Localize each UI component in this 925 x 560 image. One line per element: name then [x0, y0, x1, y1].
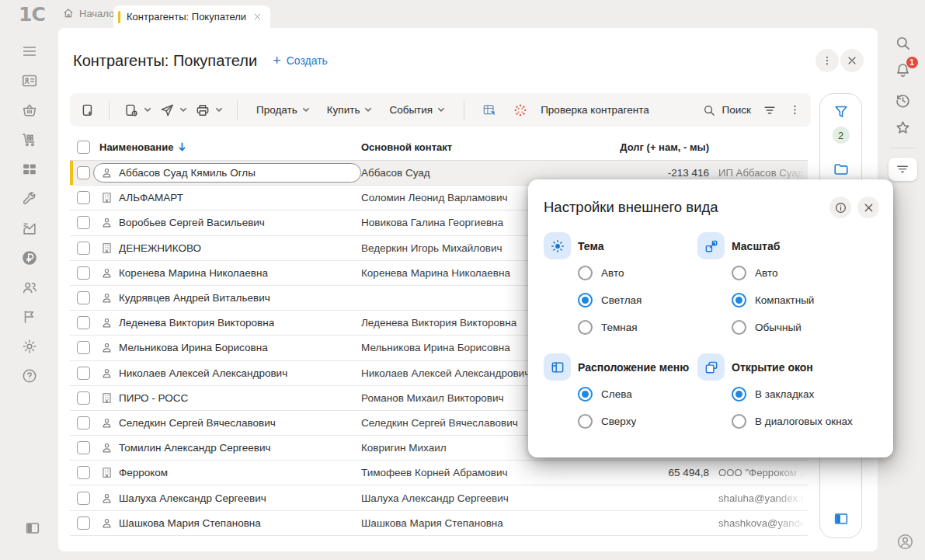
radio-option[interactable]: Слева	[578, 387, 697, 402]
row-checkbox[interactable]	[77, 517, 90, 530]
tools-icon[interactable]	[21, 190, 38, 207]
functions-menu-button[interactable]	[888, 158, 917, 181]
table-row[interactable]: Шалуха Александр СергеевичШалуха Алексан…	[70, 485, 808, 510]
production-icon[interactable]	[21, 220, 38, 237]
row-name-cell[interactable]: Шашкова Мария Степановна	[93, 513, 361, 533]
row-checkbox[interactable]	[77, 242, 90, 255]
row-name-cell[interactable]: ПИРО - РОСС	[93, 388, 361, 408]
buy-menu[interactable]: Купить	[327, 104, 373, 116]
events-menu[interactable]: События	[389, 104, 445, 116]
folder-icon[interactable]	[833, 161, 850, 178]
more-icon[interactable]	[788, 103, 802, 117]
radio-selected[interactable]	[578, 387, 593, 402]
counterparty-check-icon[interactable]	[513, 103, 528, 118]
radio-unselected[interactable]	[578, 414, 593, 429]
funnel-icon[interactable]	[833, 103, 850, 120]
radio-option[interactable]: Обычный	[732, 320, 878, 335]
column-contact[interactable]: Основной контакт	[361, 141, 555, 153]
radio-unselected[interactable]	[732, 266, 746, 280]
panel-toggle-icon[interactable]	[24, 520, 41, 537]
radio-option[interactable]: Авто	[732, 266, 878, 280]
panel-toggle-blue-icon[interactable]	[833, 510, 850, 527]
export-list-icon[interactable]	[482, 103, 497, 118]
radio-selected[interactable]	[732, 387, 746, 402]
row-name-cell[interactable]: Шалуха Александр Сергеевич	[93, 489, 361, 508]
row-name-cell[interactable]: Воробьев Сергей Васильевич	[93, 213, 361, 232]
people-icon[interactable]	[21, 279, 38, 296]
row-name-cell[interactable]: Коренева Марина Николаевна	[93, 263, 361, 283]
apps-icon[interactable]	[21, 161, 38, 178]
radio-selected[interactable]	[732, 293, 746, 308]
filter-lines-icon[interactable]	[762, 103, 777, 118]
contacts-icon[interactable]	[21, 72, 38, 89]
page-more-button[interactable]	[815, 49, 839, 72]
help-icon[interactable]	[21, 367, 38, 384]
row-checkbox[interactable]	[77, 191, 90, 204]
radio-unselected[interactable]	[732, 320, 746, 335]
menu-icon[interactable]	[21, 43, 38, 60]
row-checkbox[interactable]	[77, 291, 90, 304]
create-button[interactable]: + Создать	[273, 54, 328, 68]
row-checkbox[interactable]	[77, 391, 90, 405]
search-icon[interactable]	[894, 34, 912, 52]
table-row[interactable]: ФеррокомТимофеев Корней Абрамович65 494,…	[70, 461, 808, 485]
radio-option[interactable]: Светлая	[578, 293, 697, 308]
table-row[interactable]: Шашкова Мария СтепановнаШашкова Мария Ст…	[70, 511, 808, 536]
settings-icon[interactable]	[21, 338, 38, 355]
history-icon[interactable]	[894, 92, 912, 110]
radio-unselected[interactable]	[578, 320, 593, 335]
favorites-icon[interactable]	[894, 119, 912, 137]
column-debt[interactable]: Долг (+ нам, - мы)	[555, 141, 709, 153]
row-checkbox[interactable]	[77, 416, 90, 430]
row-name-cell[interactable]: Мельникова Ирина Борисовна	[93, 338, 361, 357]
row-checkbox[interactable]	[77, 316, 90, 329]
dialog-close-button[interactable]	[857, 197, 879, 218]
row-checkbox[interactable]	[77, 441, 90, 454]
select-all-checkbox[interactable]	[77, 141, 90, 154]
table-header[interactable]: Наименование Основной контакт Долг (+ на…	[70, 134, 808, 161]
dialog-info-button[interactable]	[829, 197, 851, 218]
radio-option[interactable]: В диалоговых окнах	[732, 414, 878, 429]
radio-unselected[interactable]	[732, 414, 746, 429]
copy-icon[interactable]	[79, 103, 95, 118]
tab-close-icon[interactable]	[252, 12, 263, 22]
send-button[interactable]	[159, 103, 187, 118]
row-checkbox[interactable]	[77, 492, 90, 505]
radio-option[interactable]: Компактный	[732, 293, 878, 308]
row-checkbox[interactable]	[77, 166, 90, 179]
row-checkbox[interactable]	[77, 367, 90, 380]
tab-counterparties[interactable]: Контрагенты: Покупатели	[113, 5, 270, 28]
column-name[interactable]: Наименование	[99, 141, 173, 153]
row-checkbox[interactable]	[77, 341, 90, 354]
home-tab[interactable]: Начало	[62, 7, 114, 19]
row-name-cell[interactable]: АЛЬФАМАРТ	[93, 188, 361, 207]
row-checkbox[interactable]	[77, 466, 90, 479]
row-name-cell[interactable]: Томилин Александр Сергеевич	[93, 438, 361, 457]
radio-option[interactable]: Сверху	[578, 414, 697, 429]
money-icon[interactable]	[21, 249, 38, 266]
print-button[interactable]	[195, 103, 223, 118]
row-checkbox[interactable]	[77, 266, 90, 280]
row-name-cell[interactable]: Аббасов Суад Кямиль Оглы	[93, 163, 361, 183]
row-name-cell[interactable]: Леденева Виктория Викторовна	[93, 313, 361, 332]
basket-icon[interactable]	[21, 102, 38, 119]
account-icon[interactable]	[895, 532, 915, 551]
radio-unselected[interactable]	[578, 266, 593, 280]
cart-icon[interactable]	[21, 131, 38, 148]
row-name-cell[interactable]: Ферроком	[93, 463, 361, 482]
search-button[interactable]: Поиск	[702, 103, 751, 117]
page-close-button[interactable]	[840, 49, 864, 72]
row-name-cell[interactable]: Кудрявцев Андрей Витальевич	[93, 288, 361, 308]
flag-icon[interactable]	[21, 308, 38, 325]
new-doc-button[interactable]	[123, 103, 151, 118]
row-name-cell[interactable]: ДЕНЕЖНИКОВО	[93, 238, 361, 258]
notifications-button[interactable]: 1	[894, 61, 912, 82]
radio-option[interactable]: Темная	[578, 320, 697, 335]
row-checkbox[interactable]	[77, 216, 90, 229]
radio-selected[interactable]	[578, 293, 593, 308]
row-name-cell[interactable]: Николаев Алексей Александрович	[93, 363, 361, 383]
sell-menu[interactable]: Продать	[256, 104, 310, 116]
radio-option[interactable]: В закладках	[732, 387, 878, 402]
radio-option[interactable]: Авто	[578, 266, 697, 280]
row-name-cell[interactable]: Селедкин Сергей Вячеславович	[93, 413, 361, 433]
